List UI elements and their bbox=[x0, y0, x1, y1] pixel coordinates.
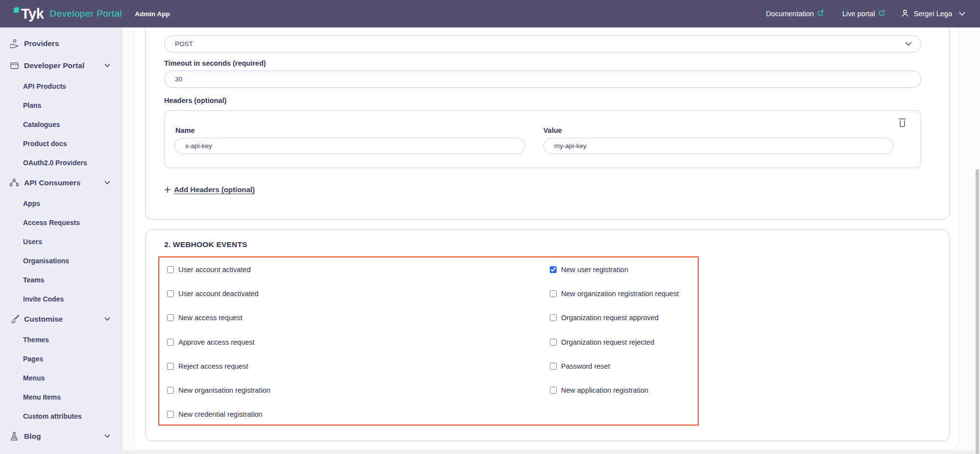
live-portal-link[interactable]: Live portal bbox=[842, 10, 885, 18]
sidebar-item-api-products[interactable]: API Products bbox=[0, 76, 123, 96]
sidebar-item-customise[interactable]: Customise bbox=[0, 308, 123, 330]
header-name-input[interactable] bbox=[174, 138, 525, 154]
webhook-event-checkbox-new-organization-registration-request[interactable] bbox=[550, 290, 557, 297]
add-headers-link[interactable]: Add Headers (optional) bbox=[164, 185, 255, 194]
webhook-event-checkbox-organization-request-rejected[interactable] bbox=[550, 339, 557, 346]
sidebar-item-label: Providers bbox=[24, 39, 59, 48]
external-link-icon bbox=[879, 10, 885, 18]
svg-text:</>: </> bbox=[13, 66, 17, 69]
sidebar-item-catalogues[interactable]: Catalogues bbox=[0, 115, 123, 134]
webhook-events-right-column: New user registrationNew organization re… bbox=[550, 257, 679, 403]
page-bottom-strip bbox=[123, 450, 980, 454]
customise-icon bbox=[9, 314, 20, 325]
blog-icon bbox=[9, 431, 20, 442]
tyk-leaf-icon bbox=[14, 7, 20, 13]
sidebar-item-menus[interactable]: Menus bbox=[0, 368, 123, 387]
sidebar-item-apps[interactable]: Apps bbox=[0, 194, 123, 213]
webhook-event-row-new-application-registration[interactable]: New application registration bbox=[550, 378, 679, 402]
trash-icon bbox=[898, 117, 907, 129]
webhook-event-checkbox-new-access-request[interactable] bbox=[167, 314, 174, 321]
timeout-input[interactable] bbox=[164, 71, 921, 88]
webhook-events-card: 2. WEBHOOK EVENTS User account activated… bbox=[145, 229, 950, 441]
webhook-event-row-reject-access-request[interactable]: Reject access request bbox=[167, 354, 270, 378]
webhook-event-row-new-organisation-registration[interactable]: New organisation registration bbox=[167, 378, 270, 402]
webhook-event-checkbox-organization-request-approved[interactable] bbox=[550, 314, 557, 321]
sidebar-item-users[interactable]: Users bbox=[0, 232, 123, 251]
checkbox-label: Organization request rejected bbox=[561, 338, 654, 346]
user-name: Sergei Lega bbox=[914, 10, 952, 18]
sidebar-item-providers[interactable]: Providers bbox=[0, 32, 123, 55]
webhook-event-row-user-account-activated[interactable]: User account activated bbox=[167, 257, 270, 281]
webhook-event-checkbox-new-organisation-registration[interactable] bbox=[167, 387, 174, 394]
sidebar-item-plans[interactable]: Plans bbox=[0, 96, 123, 115]
webhook-event-checkbox-new-user-registration[interactable] bbox=[550, 266, 557, 273]
developer-portal-icon: </> bbox=[9, 60, 20, 71]
sidebar-item-api-consumers[interactable]: API Consumers bbox=[0, 172, 123, 194]
sidebar-item-product-docs[interactable]: Product docs bbox=[0, 134, 123, 153]
webhook-event-checkbox-reject-access-request[interactable] bbox=[167, 363, 174, 370]
checkbox-label: New application registration bbox=[561, 386, 648, 394]
webhook-event-checkbox-new-credential-registration[interactable] bbox=[167, 411, 174, 418]
user-menu[interactable]: Sergei Lega bbox=[901, 9, 965, 19]
webhook-event-checkbox-user-account-activated[interactable] bbox=[167, 266, 174, 273]
headers-label: Headers (optional) bbox=[164, 97, 226, 104]
checkbox-label: New credential registration bbox=[178, 410, 263, 418]
webhook-event-row-user-account-deactivated[interactable]: User account deactivated bbox=[167, 281, 270, 305]
webhook-event-checkbox-password-reset[interactable] bbox=[550, 363, 557, 370]
sidebar-item-label: Blog bbox=[24, 432, 41, 441]
provider-icon bbox=[9, 38, 20, 49]
sidebar-item-pages[interactable]: Pages bbox=[0, 349, 123, 368]
sidebar-item-label: Customise bbox=[24, 315, 63, 324]
method-select[interactable]: POST bbox=[164, 35, 921, 52]
main-content: POST Timeout in seconds (required) Heade… bbox=[123, 27, 980, 454]
chevron-down-icon bbox=[905, 42, 912, 46]
live-portal-label: Live portal bbox=[842, 10, 875, 18]
sidebar-item-oauth2-0-providers[interactable]: OAuth2.0 Providers bbox=[0, 153, 123, 172]
sidebar-item-access-requests[interactable]: Access Requests bbox=[0, 213, 123, 232]
checkbox-label: New access request bbox=[178, 314, 243, 322]
sidebar-item-themes[interactable]: Themes bbox=[0, 330, 123, 349]
webhook-event-checkbox-new-application-registration[interactable] bbox=[550, 387, 557, 394]
header-value-input[interactable] bbox=[543, 138, 894, 154]
checkbox-label: New user registration bbox=[561, 266, 628, 274]
webhook-event-row-new-organization-registration-request[interactable]: New organization registration request bbox=[550, 281, 679, 305]
documentation-label: Documentation bbox=[766, 10, 814, 18]
sidebar-item-organisations[interactable]: Organisations bbox=[0, 251, 123, 270]
webhook-event-row-new-user-registration[interactable]: New user registration bbox=[550, 257, 679, 281]
sidebar-item-developer-portal[interactable]: </>Developer Portal bbox=[0, 55, 123, 76]
sidebar-item-label: API Consumers bbox=[24, 178, 80, 187]
plus-icon bbox=[164, 186, 171, 193]
webhook-settings-card: POST Timeout in seconds (required) Heade… bbox=[145, 27, 950, 220]
webhook-event-row-password-reset[interactable]: Password reset bbox=[550, 354, 679, 378]
content-panel: POST Timeout in seconds (required) Heade… bbox=[133, 27, 959, 450]
topbar-right: Documentation Live portal Sergei Lega bbox=[747, 9, 965, 19]
add-headers-label: Add Headers (optional) bbox=[174, 185, 255, 194]
header-value-label: Value bbox=[543, 126, 562, 134]
checkbox-label: New organisation registration bbox=[178, 386, 270, 394]
webhook-event-checkbox-approve-access-request[interactable] bbox=[167, 339, 174, 346]
webhook-event-row-organization-request-approved[interactable]: Organization request approved bbox=[550, 306, 679, 330]
sidebar-item-blog[interactable]: Blog bbox=[0, 426, 123, 447]
brand-logo[interactable]: Tyk Developer Portal bbox=[14, 6, 122, 22]
documentation-link[interactable]: Documentation bbox=[766, 10, 824, 18]
api-consumers-icon bbox=[9, 177, 20, 188]
method-select-value: POST bbox=[175, 40, 905, 48]
sidebar-item-custom-attributes[interactable]: Custom attributes bbox=[0, 406, 123, 426]
webhook-event-checkbox-user-account-deactivated[interactable] bbox=[167, 290, 174, 297]
sidebar-item-invite-codes[interactable]: Invite Codes bbox=[0, 289, 123, 308]
external-link-icon bbox=[817, 10, 824, 18]
vertical-scrollbar-thumb[interactable] bbox=[976, 169, 979, 454]
sidebar-item-menu-items[interactable]: Menu Items bbox=[0, 387, 123, 406]
webhook-event-row-approve-access-request[interactable]: Approve access request bbox=[167, 330, 270, 354]
chevron-down-icon bbox=[104, 434, 110, 438]
sidebar-item-label: Developer Portal bbox=[24, 61, 84, 70]
sidebar-item-teams[interactable]: Teams bbox=[0, 270, 123, 289]
webhook-event-row-organization-request-rejected[interactable]: Organization request rejected bbox=[550, 330, 679, 354]
webhook-event-row-new-credential-registration[interactable]: New credential registration bbox=[167, 403, 270, 427]
checkbox-label: Approve access request bbox=[178, 338, 255, 346]
webhook-event-row-new-access-request[interactable]: New access request bbox=[167, 306, 270, 330]
checkbox-label: Reject access request bbox=[178, 362, 248, 370]
checkbox-label: Organization request approved bbox=[561, 314, 659, 322]
delete-header-button[interactable] bbox=[898, 117, 907, 129]
chevron-down-icon bbox=[104, 317, 110, 321]
